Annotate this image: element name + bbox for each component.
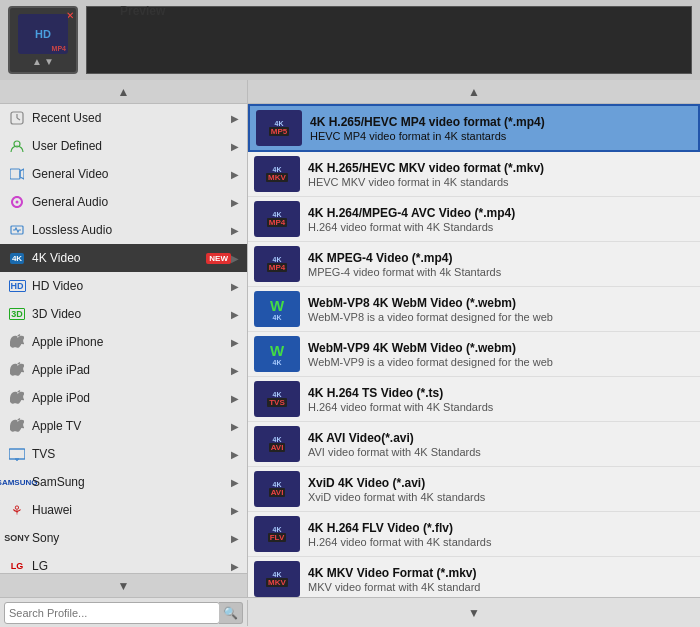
right-footer: ▼ xyxy=(248,606,700,620)
sidebar-item-tvs[interactable]: TVS▶ xyxy=(0,440,247,468)
format-icon-webm-vp8: W4K xyxy=(254,291,300,327)
sidebar-item-user-defined[interactable]: User Defined▶ xyxy=(0,132,247,160)
sidebar-item-sony[interactable]: SONYSony▶ xyxy=(0,524,247,552)
format-item-mpeg4[interactable]: 4KMP44K MPEG-4 Video (*.mp4)MPEG-4 video… xyxy=(248,242,700,287)
sidebar-item-label-huawei: Huawei xyxy=(32,503,231,517)
format-item-xvid[interactable]: 4KAVIXviD 4K Video (*.avi)XviD video for… xyxy=(248,467,700,512)
left-panel-up-arrow[interactable]: ▲ xyxy=(118,85,130,99)
left-panel-header: ▲ xyxy=(0,80,247,104)
lg-icon: LG xyxy=(8,557,26,573)
bottom-bar: 🔍 ▼ xyxy=(0,597,700,627)
sidebar-item-label-general-video: General Video xyxy=(32,167,231,181)
sidebar-item-label-apple-ipod: Apple iPod xyxy=(32,391,231,405)
sidebar-item-hd-video[interactable]: HDHD Video▶ xyxy=(0,272,247,300)
sidebar-item-apple-ipad[interactable]: Apple iPad▶ xyxy=(0,356,247,384)
tv-icon xyxy=(8,445,26,463)
format-name-hevc-mp4: 4K H.265/HEVC MP4 video format (*.mp4) xyxy=(310,115,690,129)
sidebar-item-label-lossless-audio: Lossless Audio xyxy=(32,223,231,237)
sidebar-item-label-3d-video: 3D Video xyxy=(32,307,231,321)
sidebar-item-apple-tv[interactable]: Apple TV▶ xyxy=(0,412,247,440)
format-text-flv: 4K H.264 FLV Video (*.flv)H.264 video fo… xyxy=(308,521,692,548)
svg-rect-4 xyxy=(10,169,20,179)
sidebar-item-recent-used[interactable]: Recent Used▶ xyxy=(0,104,247,132)
sidebar-item-label-apple-iphone: Apple iPhone xyxy=(32,335,231,349)
hd-icon: HD xyxy=(8,277,26,295)
search-input[interactable] xyxy=(4,602,220,624)
sidebar-item-arrow-apple-tv: ▶ xyxy=(231,421,239,432)
svg-line-2 xyxy=(17,118,20,120)
tab-arrow-up[interactable]: ▲ xyxy=(32,56,42,67)
sidebar-item-lossless-audio[interactable]: Lossless Audio▶ xyxy=(0,216,247,244)
sidebar-item-arrow-huawei: ▶ xyxy=(231,505,239,516)
format-text-mpeg4: 4K MPEG-4 Video (*.mp4)MPEG-4 video form… xyxy=(308,251,692,278)
sidebar-item-arrow-lossless-audio: ▶ xyxy=(231,225,239,236)
sidebar-item-label-apple-tv: Apple TV xyxy=(32,419,231,433)
format-icon-mpeg4: 4KMP4 xyxy=(254,246,300,282)
main-content: ▲ Recent Used▶User Defined▶General Video… xyxy=(0,80,700,597)
format-text-webm-vp9: WebM-VP9 4K WebM Video (*.webm)WebM-VP9 … xyxy=(308,341,692,368)
format-item-h264-avc[interactable]: 4KMP44K H.264/MPEG-4 AVC Video (*.mp4)H.… xyxy=(248,197,700,242)
left-panel-down-arrow[interactable]: ▼ xyxy=(118,579,130,593)
format-name-mkv-video: 4K MKV Video Format (*.mkv) xyxy=(308,566,692,580)
format-desc-h264-ts: H.264 video format with 4K Standards xyxy=(308,401,692,413)
3d-icon: 3D xyxy=(8,305,26,323)
format-item-mkv-video[interactable]: 4KMKV4K MKV Video Format (*.mkv)MKV vide… xyxy=(248,557,700,597)
sidebar-item-samsung[interactable]: SAMSUNGSamSung▶ xyxy=(0,468,247,496)
left-list: Recent Used▶User Defined▶General Video▶G… xyxy=(0,104,247,573)
tab-video-icon: HD MP4 xyxy=(18,14,68,54)
sidebar-item-4k-video[interactable]: 4K4K VideoNEW▶ xyxy=(0,244,247,272)
sidebar-item-lg[interactable]: LGLG▶ xyxy=(0,552,247,573)
sidebar-item-general-video[interactable]: General Video▶ xyxy=(0,160,247,188)
format-text-mkv-video: 4K MKV Video Format (*.mkv)MKV video for… xyxy=(308,566,692,593)
format-item-h264-ts[interactable]: 4KTVS4K H.264 TS Video (*.ts)H.264 video… xyxy=(248,377,700,422)
format-item-avi[interactable]: 4KAVI4K AVI Video(*.avi)AVI video format… xyxy=(248,422,700,467)
sidebar-item-label-lg: LG xyxy=(32,559,231,573)
apple-icon xyxy=(8,333,26,351)
mp4-label: MP4 xyxy=(52,45,66,52)
right-panel-down-arrow[interactable]: ▼ xyxy=(468,606,480,620)
sidebar-item-arrow-apple-ipod: ▶ xyxy=(231,393,239,404)
sidebar-item-3d-video[interactable]: 3D3D Video▶ xyxy=(0,300,247,328)
format-name-hevc-mkv: 4K H.265/HEVC MKV video format (*.mkv) xyxy=(308,161,692,175)
format-name-webm-vp9: WebM-VP9 4K WebM Video (*.webm) xyxy=(308,341,692,355)
right-list: 4KMP54K H.265/HEVC MP4 video format (*.m… xyxy=(248,104,700,597)
apple-icon xyxy=(8,361,26,379)
sidebar-item-label-4k-video: 4K Video xyxy=(32,251,202,265)
format-desc-h264-avc: H.264 video format with 4K Standards xyxy=(308,221,692,233)
sidebar-item-arrow-samsung: ▶ xyxy=(231,477,239,488)
format-name-mpeg4: 4K MPEG-4 Video (*.mp4) xyxy=(308,251,692,265)
tab-arrow-down[interactable]: ▼ xyxy=(44,56,54,67)
sidebar-item-apple-iphone[interactable]: Apple iPhone▶ xyxy=(0,328,247,356)
format-icon-hevc-mkv: 4KMKV xyxy=(254,156,300,192)
right-panel-header: ▲ xyxy=(248,80,700,104)
format-desc-mkv-video: MKV video format with 4K standard xyxy=(308,581,692,593)
format-item-flv[interactable]: 4KFLV4K H.264 FLV Video (*.flv)H.264 vid… xyxy=(248,512,700,557)
sidebar-item-apple-ipod[interactable]: Apple iPod▶ xyxy=(0,384,247,412)
right-panel-up-arrow[interactable]: ▲ xyxy=(468,85,480,99)
video-icon xyxy=(8,165,26,183)
format-name-avi: 4K AVI Video(*.avi) xyxy=(308,431,692,445)
format-item-hevc-mkv[interactable]: 4KMKV4K H.265/HEVC MKV video format (*.m… xyxy=(248,152,700,197)
sidebar-item-label-hd-video: HD Video xyxy=(32,279,231,293)
format-desc-xvid: XviD video format with 4K standards xyxy=(308,491,692,503)
format-item-hevc-mp4[interactable]: 4KMP54K H.265/HEVC MP4 video format (*.m… xyxy=(248,104,700,152)
format-text-avi: 4K AVI Video(*.avi)AVI video format with… xyxy=(308,431,692,458)
sidebar-item-huawei[interactable]: ⚘Huawei▶ xyxy=(0,496,247,524)
format-name-xvid: XviD 4K Video (*.avi) xyxy=(308,476,692,490)
format-desc-hevc-mkv: HEVC MKV video format in 4K standards xyxy=(308,176,692,188)
format-item-webm-vp8[interactable]: W4KWebM-VP8 4K WebM Video (*.webm)WebM-V… xyxy=(248,287,700,332)
format-desc-hevc-mp4: HEVC MP4 video format in 4K stantards xyxy=(310,130,690,142)
svg-marker-5 xyxy=(20,169,24,179)
format-text-h264-avc: 4K H.264/MPEG-4 AVC Video (*.mp4)H.264 v… xyxy=(308,206,692,233)
format-desc-mpeg4: MPEG-4 video format with 4k Stantards xyxy=(308,266,692,278)
format-icon-mkv-video: 4KMKV xyxy=(254,561,300,597)
hd-label: HD xyxy=(35,28,51,40)
tab-item[interactable]: ✕ HD MP4 ▲ ▼ xyxy=(8,6,78,74)
sidebar-item-arrow-4k-video: ▶ xyxy=(231,253,239,264)
format-item-webm-vp9[interactable]: W4KWebM-VP9 4K WebM Video (*.webm)WebM-V… xyxy=(248,332,700,377)
format-text-hevc-mkv: 4K H.265/HEVC MKV video format (*.mkv)HE… xyxy=(308,161,692,188)
search-button[interactable]: 🔍 xyxy=(219,602,243,624)
sidebar-item-general-audio[interactable]: General Audio▶ xyxy=(0,188,247,216)
format-text-webm-vp8: WebM-VP8 4K WebM Video (*.webm)WebM-VP8 … xyxy=(308,296,692,323)
search-area: 🔍 xyxy=(0,600,248,626)
